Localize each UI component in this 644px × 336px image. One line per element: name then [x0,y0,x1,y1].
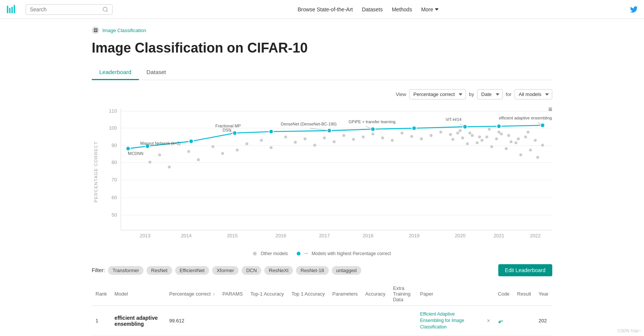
col-result: Result [513,282,535,306]
nav-browse[interactable]: Browse State-of-the-Art [297,6,353,12]
cell-code[interactable]: ⬐ [494,306,513,336]
svg-point-45 [294,141,297,144]
chart-legend: Other models → Models with highest Perce… [92,251,552,257]
col-extra-training: Extra Training Data [389,282,416,306]
svg-point-97 [412,126,416,130]
col-model: Model [111,282,165,306]
svg-point-56 [401,132,404,135]
svg-point-96 [371,127,375,132]
svg-point-83 [481,139,484,142]
svg-point-33 [148,161,151,164]
svg-point-37 [197,158,200,161]
svg-point-53 [371,133,374,136]
filter-tag-efficientnet[interactable]: EfficientNet [175,266,209,275]
svg-text:100: 100 [109,125,117,131]
svg-text:50: 50 [112,212,117,218]
svg-point-35 [168,166,171,169]
filter-tag-xformer[interactable]: Xformer [212,266,239,275]
svg-rect-0 [7,6,8,13]
cell-parameters [328,306,361,336]
search-icon [102,6,108,12]
by-label: by [469,91,474,97]
chart-controls: View Percentage correct by Date for All … [92,89,552,99]
legend-best: → Models with highest Percentage correct [297,251,391,257]
filter-tag-untagged[interactable]: untagged [332,266,361,275]
svg-line-108 [310,128,329,130]
col-code: Code [494,282,513,306]
filter-tag-resnext[interactable]: ResNeXt [264,266,293,275]
paper-link[interactable]: Efficient Adaptive Ensembling for Image … [420,311,464,330]
svg-point-99 [497,124,501,129]
svg-point-75 [519,153,522,156]
svg-text:70: 70 [112,177,117,183]
logo[interactable] [6,3,18,15]
cell-extra-training [389,306,416,336]
twitter-icon[interactable] [630,5,638,14]
col-accuracy: Accuracy [361,282,389,306]
nav-links: Browse State-of-the-Art Datasets Methods… [297,6,438,12]
svg-point-38 [211,145,214,148]
filter-tag-dcn[interactable]: DCN [242,266,261,275]
view-select[interactable]: Percentage correct [409,89,466,99]
svg-point-84 [476,141,479,144]
cell-percentage: 99.612 [165,306,219,336]
cell-top1-acc [247,306,288,336]
search-input[interactable] [30,6,102,12]
col-top1-acc: Top-1 Accuracy [247,282,288,306]
cell-year: 202 [535,306,552,336]
svg-point-40 [236,149,239,152]
filter-label: Filter: [92,267,105,273]
svg-point-64 [478,135,481,138]
edit-leaderboard-button[interactable]: Edit Leaderboard [498,264,552,276]
code-icon[interactable]: ⬐ [498,317,504,325]
cell-close[interactable]: × [483,306,494,336]
legend-best-dot [297,252,300,255]
for-select[interactable]: All models [515,89,552,99]
svg-text:2020: 2020 [455,233,466,238]
navbar: Browse State-of-the-Art Datasets Methods… [0,0,644,19]
svg-point-69 [527,131,530,134]
svg-point-47 [313,144,316,147]
svg-text:2019: 2019 [409,233,420,238]
by-select[interactable]: Date [477,89,503,99]
model-name: efficient adaptive ensembling [114,315,157,327]
svg-point-48 [323,136,326,139]
svg-point-41 [245,142,248,145]
svg-point-94 [269,129,273,134]
cell-accuracy [361,306,389,336]
leaderboard-table: Rank Model Percentage correct ↑ PARAMS T… [92,282,552,336]
nav-more[interactable]: More [421,6,439,12]
col-percentage[interactable]: Percentage correct ↑ [165,282,219,306]
col-params: PARAMS [219,282,247,306]
svg-point-62 [459,129,462,132]
close-icon[interactable]: × [487,317,490,324]
tab-leaderboard[interactable]: Leaderboard [92,65,139,80]
search-box[interactable] [26,4,112,15]
svg-point-72 [534,139,537,142]
legend-other-label: Other models [260,251,288,256]
nav-methods[interactable]: Methods [392,6,412,12]
svg-text:Maxout Network (k=2): Maxout Network (k=2) [140,141,180,146]
svg-point-89 [451,138,454,141]
tab-dataset[interactable]: Dataset [139,65,174,80]
svg-rect-3 [14,5,15,13]
svg-point-70 [536,156,539,159]
svg-point-4 [103,7,107,11]
cell-rank: 1 [92,306,111,336]
filter-tag-resnet[interactable]: ResNet [146,266,172,275]
svg-point-61 [449,133,452,136]
col-paper: Paper [416,282,483,306]
col-top1-acc2: Top 1 Accuracy [288,282,328,306]
nav-datasets[interactable]: Datasets [362,6,383,12]
breadcrumb: 🖼 Image Classification [92,26,552,34]
svg-text:110: 110 [109,108,117,114]
breadcrumb-icon: 🖼 [92,26,99,34]
svg-point-65 [488,128,491,131]
svg-point-43 [270,146,273,149]
svg-point-82 [485,135,488,138]
filter-tag-transformer[interactable]: Transformer [108,266,143,275]
svg-text:MCDNN: MCDNN [128,151,143,156]
breadcrumb-text[interactable]: Image Classification [102,28,146,33]
chart-menu-icon[interactable]: ≡ [548,105,552,113]
filter-tag-resnet18[interactable]: ResNet-18 [296,266,328,275]
